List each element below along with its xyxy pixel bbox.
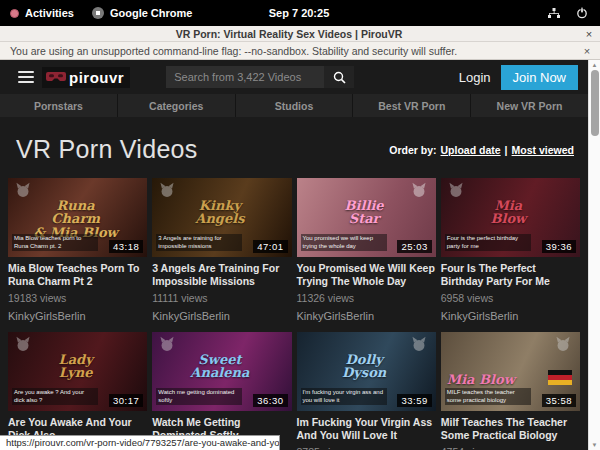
video-card: Runa Charm & Mia Blow Mia Blow teaches p…	[8, 178, 147, 322]
nav-item-pornstars[interactable]: Pornstars	[0, 94, 118, 117]
chrome-infobar: You are using an unsupported command-lin…	[0, 42, 600, 60]
view-count: 19183 views	[8, 292, 147, 304]
scroll-up-icon[interactable]: ▲	[589, 60, 600, 70]
order-by-most-viewed-link[interactable]: Most viewed	[512, 144, 574, 156]
thumbnail-overlay-text: Lady Lyne	[8, 353, 143, 380]
order-by: Order by: Upload date | Most viewed	[389, 144, 574, 156]
studio-logo-icon	[14, 336, 32, 352]
window-title: VR Porn: Virtual Reality Sex Videos | Pi…	[0, 28, 578, 40]
scrollbar[interactable]: ▲ ▼	[588, 60, 600, 450]
join-now-button[interactable]: Join Now	[501, 65, 578, 90]
scroll-down-icon[interactable]: ▼	[589, 440, 600, 450]
thumbnail-overlay-text: Kinky Angels	[152, 199, 287, 226]
menu-hamburger-icon[interactable]	[18, 71, 34, 83]
video-thumbnail[interactable]: Dolly Dyson I'm fucking your virgin ass …	[297, 332, 436, 411]
view-count: 11111 views	[152, 292, 291, 304]
chrome-icon	[92, 7, 104, 19]
studio-logo-icon	[14, 182, 32, 198]
login-link[interactable]: Login	[459, 70, 491, 85]
video-grid: Runa Charm & Mia Blow Mia Blow teaches p…	[8, 178, 580, 450]
video-title-link[interactable]: Mia Blow Teaches Porn To Runa Charm Pt 2	[8, 262, 147, 287]
site-logo[interactable]: pirouvr	[42, 67, 130, 88]
thumbnail-overlay-text: Sweet Analena	[152, 353, 287, 380]
search-input[interactable]	[166, 66, 324, 88]
video-thumbnail[interactable]: Kinky Angels 3 Angels are training for i…	[152, 178, 291, 257]
nav-item-categories[interactable]: Categories	[118, 94, 236, 117]
studio-link[interactable]: KinkyGirlsBerlin	[297, 310, 436, 322]
infobar-close-icon[interactable]: ×	[574, 45, 600, 57]
thumbnail-overlay-text: Billie Star	[297, 199, 432, 226]
duration-badge: 33:59	[397, 394, 431, 407]
duration-badge: 43:18	[109, 240, 143, 253]
video-thumbnail[interactable]: Lady Lyne Are you awake ? And your dick …	[8, 332, 147, 411]
search-button[interactable]	[324, 66, 354, 88]
system-top-bar: Activities Google Chrome Sep 7 20:25	[0, 0, 600, 26]
screen-record-indicator-icon	[10, 9, 19, 18]
thumbnail-caption: MILF teaches the teacher some practical …	[445, 388, 531, 405]
studio-logo-icon	[158, 336, 176, 352]
network-icon[interactable]	[548, 8, 560, 19]
power-icon[interactable]	[576, 7, 588, 19]
video-thumbnail[interactable]: Runa Charm & Mia Blow Mia Blow teaches p…	[8, 178, 147, 257]
thumbnail-overlay-text: Dolly Dyson	[297, 353, 432, 380]
order-by-label: Order by:	[389, 144, 436, 156]
order-by-upload-date-link[interactable]: Upload date	[441, 144, 501, 156]
thumbnail-caption: Watch me getting dominated softly	[156, 388, 242, 405]
site-header: pirouvr Login Join Now	[0, 60, 588, 94]
video-card: Sweet Analena Watch me getting dominated…	[152, 332, 291, 450]
video-title-link[interactable]: Milf Teaches The Teacher Some Practical …	[441, 416, 580, 441]
page-viewport: pirouvr Login Join Now Pornstars Categor…	[0, 60, 588, 450]
main-nav: Pornstars Categories Studios Best VR Por…	[0, 94, 588, 117]
thumbnail-caption: I'm fucking your virgin ass and you will…	[301, 388, 387, 405]
activities-label: Activities	[25, 7, 74, 19]
view-count: 6958 views	[441, 292, 580, 304]
video-thumbnail[interactable]: Billie Star You promised we will keep tr…	[297, 178, 436, 257]
thumbnail-overlay-text: Mia Blow	[441, 199, 576, 226]
thumbnail-caption: 3 Angels are training for impossible mis…	[156, 234, 242, 251]
nav-item-best-vr-porn[interactable]: Best VR Porn	[353, 94, 471, 117]
thumbnail-caption: Mia Blow teaches porn to Runa Charm pt. …	[12, 234, 98, 251]
scrollbar-thumb[interactable]	[591, 70, 599, 136]
video-title-link[interactable]: 3 Angels Are Training For Impossible Mis…	[152, 262, 291, 287]
view-count: 11326 views	[297, 292, 436, 304]
studio-link[interactable]: KinkyGirlsBerlin	[441, 310, 580, 322]
view-count: 4754 views	[441, 446, 580, 450]
video-card: Mia Blow MILF teaches the teacher some p…	[441, 332, 580, 450]
nav-item-new-vr-porn[interactable]: New VR Porn	[471, 94, 588, 117]
video-card: Lady Lyne Are you awake ? And your dick …	[8, 332, 147, 450]
app-menu-google-chrome[interactable]: Google Chrome	[92, 7, 193, 19]
duration-badge: 39:36	[542, 240, 576, 253]
video-card: Dolly Dyson I'm fucking your virgin ass …	[297, 332, 436, 450]
thumbnail-caption: You promised we will keep trying the who…	[301, 234, 387, 251]
view-count: 8785 views	[297, 446, 436, 450]
studio-logo-icon	[554, 336, 572, 352]
status-url-preview: https://pirouvr.com/vr-porn-video/779325…	[0, 435, 280, 450]
video-thumbnail[interactable]: Mia Blow MILF teaches the teacher some p…	[441, 332, 580, 411]
activities-button[interactable]: Activities	[10, 7, 74, 19]
infobar-message: You are using an unsupported command-lin…	[0, 45, 574, 57]
video-card: Kinky Angels 3 Angels are training for i…	[152, 178, 291, 322]
clock[interactable]: Sep 7 20:25	[269, 7, 330, 19]
search-icon	[333, 71, 346, 84]
video-title-link[interactable]: Four Is The Perfect Birthday Party For M…	[441, 262, 580, 287]
order-by-separator: |	[505, 144, 508, 156]
video-title-link[interactable]: You Promised We Will Keep Trying The Who…	[297, 262, 436, 287]
german-flag-icon	[548, 370, 572, 385]
browser-title-bar: VR Porn: Virtual Reality Sex Videos | Pi…	[0, 26, 600, 42]
duration-badge: 35:58	[542, 394, 576, 407]
studio-link[interactable]: KinkyGirlsBerlin	[8, 310, 147, 322]
thumbnail-caption: Four is the perfect birthday party for m…	[445, 234, 531, 251]
studio-logo-icon	[158, 182, 176, 198]
duration-badge: 36:30	[253, 394, 287, 407]
nav-item-studios[interactable]: Studios	[236, 94, 354, 117]
studio-link[interactable]: KinkyGirlsBerlin	[152, 310, 291, 322]
duration-badge: 25:03	[397, 240, 431, 253]
app-menu-label: Google Chrome	[110, 7, 193, 19]
studio-logo-icon	[410, 182, 428, 198]
video-title-link[interactable]: Im Fucking Your Virgin Ass And You Will …	[297, 416, 436, 441]
video-thumbnail[interactable]: Mia Blow Four is the perfect birthday pa…	[441, 178, 580, 257]
vr-headset-icon	[46, 71, 66, 83]
close-window-icon[interactable]: ×	[578, 28, 600, 40]
video-card: Mia Blow Four is the perfect birthday pa…	[441, 178, 580, 322]
video-thumbnail[interactable]: Sweet Analena Watch me getting dominated…	[152, 332, 291, 411]
